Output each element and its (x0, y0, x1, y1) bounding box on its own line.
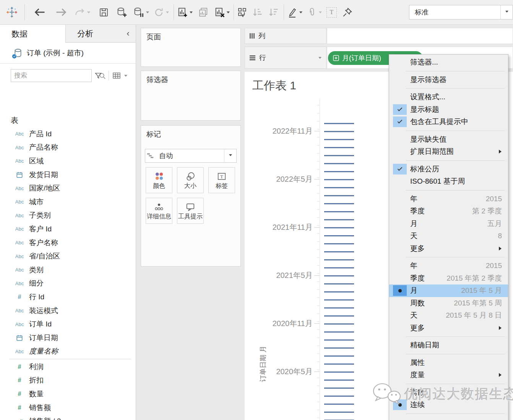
axis-tick-label[interactable]: 2022年11月 (245, 126, 313, 136)
menu-item-精确日期[interactable]: 精确日期 (389, 339, 508, 352)
field-订单 Id[interactable]: Abc订单 Id (0, 317, 136, 331)
gantt-bar[interactable] (324, 291, 354, 292)
field-行 Id[interactable]: #行 Id (0, 290, 136, 304)
axis-tick-label[interactable]: 2021年11月 (245, 223, 313, 232)
clear-sheet-button[interactable] (214, 4, 230, 21)
view-options-dropdown-icon[interactable] (124, 75, 127, 78)
paperclip-dropdown-icon[interactable] (319, 11, 322, 15)
pause-updates-button[interactable] (133, 4, 149, 21)
gantt-bar[interactable] (324, 396, 354, 397)
gantt-bar[interactable] (324, 404, 354, 405)
gantt-bar[interactable] (324, 243, 354, 244)
axis-tick-label[interactable]: 2021年5月 (245, 271, 313, 280)
label-button[interactable]: T 标签 (208, 167, 235, 193)
clear-sheet-dropdown-icon[interactable] (227, 11, 230, 15)
gantt-bar[interactable] (324, 251, 354, 252)
forward-button[interactable] (55, 4, 67, 21)
field-国家/地区[interactable]: Abc国家/地区 (0, 181, 136, 195)
text-object-button[interactable]: T (326, 4, 337, 21)
pause-updates-dropdown-icon[interactable] (146, 11, 149, 15)
gantt-bar[interactable] (324, 380, 354, 381)
add-datasource-button[interactable] (117, 4, 127, 21)
menu-item-ISO-8601 基于周[interactable]: ISO-8601 基于周 (389, 175, 508, 188)
menu-item-标准公历[interactable]: 标准公历 (389, 163, 508, 176)
columns-shelf-drop-area[interactable] (327, 28, 513, 44)
field-利润[interactable]: #利润 (0, 360, 136, 374)
gantt-bar[interactable] (324, 315, 354, 317)
gantt-bar[interactable] (324, 267, 354, 268)
gantt-bar[interactable] (324, 275, 354, 276)
fit-selector-dropdown[interactable] (500, 5, 513, 19)
gantt-bar[interactable] (324, 123, 354, 124)
color-button[interactable]: 颜色 (146, 167, 172, 193)
save-button[interactable] (99, 4, 109, 21)
collapse-pane-button[interactable]: ‹ (120, 25, 136, 43)
refresh-button[interactable] (154, 4, 169, 21)
y-axis-field-label[interactable]: 订单日期 月 (258, 322, 268, 406)
gantt-bar[interactable] (324, 195, 354, 196)
field-客户 Id[interactable]: Abc客户 Id (0, 222, 136, 236)
menu-item-月[interactable]: 月五月 (389, 218, 508, 230)
gantt-bar[interactable] (324, 388, 354, 389)
field-数量[interactable]: #数量 (0, 387, 136, 401)
field-客户名称[interactable]: Abc客户名称 (0, 236, 136, 250)
refresh-dropdown-icon[interactable] (166, 11, 169, 15)
view-grid-icon[interactable] (112, 71, 121, 80)
field-子类别[interactable]: Abc子类别 (0, 209, 136, 223)
pages-card[interactable]: 页面 (141, 28, 241, 67)
menu-item-度量[interactable]: 度量 (389, 369, 508, 381)
size-button[interactable]: 大小 (177, 167, 204, 193)
gantt-bar[interactable] (324, 219, 354, 220)
pin-button[interactable] (342, 4, 352, 21)
mark-type-dropdown-arrow[interactable] (224, 149, 236, 162)
sheet-title[interactable]: 工作表 1 (252, 78, 296, 94)
swap-rows-columns-button[interactable] (237, 4, 248, 21)
menu-item-显示筛选器[interactable]: 显示筛选器 (389, 74, 508, 86)
filters-card[interactable]: 筛选器 (141, 71, 241, 121)
gantt-bar[interactable] (324, 307, 354, 309)
datasource-item[interactable]: 订单 (示例 - 超市) (0, 43, 136, 63)
field-细分[interactable]: Abc细分 (0, 277, 136, 291)
field-省/自治区[interactable]: Abc省/自治区 (0, 249, 136, 263)
menu-item-天[interactable]: 天2015 年 5 月 8 日 (389, 309, 508, 322)
field-区域[interactable]: Abc区域 (0, 154, 136, 168)
fit-selector[interactable]: 标准 (409, 5, 513, 19)
sort-ascending-button[interactable] (252, 4, 263, 21)
menu-item-年[interactable]: 年2015 (389, 260, 508, 272)
tab-analytics[interactable]: 分析 (66, 25, 120, 43)
new-worksheet-dropdown-icon[interactable] (190, 11, 193, 15)
gantt-bar[interactable] (324, 331, 354, 333)
menu-item-天[interactable]: 天8 (389, 230, 508, 242)
gantt-bar[interactable] (324, 203, 354, 204)
redo-dropdown-icon[interactable] (87, 11, 90, 15)
gantt-bar[interactable] (324, 163, 354, 164)
menu-item-离散[interactable]: 离散 (389, 386, 508, 399)
menu-item-显示标题[interactable]: 显示标题 (389, 103, 508, 116)
back-button[interactable] (34, 4, 45, 21)
gantt-bar[interactable] (324, 155, 354, 156)
field-度量名称[interactable]: Abc度量名称 (0, 345, 136, 359)
rows-shelf-dropdown-icon[interactable] (318, 57, 321, 60)
field-产品名称[interactable]: Abc产品名称 (0, 141, 136, 155)
menu-item-月[interactable]: 月2015 年 5 月 (389, 284, 508, 297)
mark-type-dropdown[interactable]: 自动 (145, 149, 237, 163)
field-类别[interactable]: Abc类别 (0, 263, 136, 277)
gantt-bar[interactable] (324, 363, 354, 365)
gantt-bar[interactable] (324, 412, 354, 413)
paperclip-button[interactable] (307, 4, 322, 21)
gantt-bar[interactable] (324, 147, 354, 148)
gantt-bar[interactable] (324, 235, 354, 236)
filter-funnel-icon[interactable] (92, 71, 105, 80)
search-box[interactable] (11, 69, 92, 82)
field-折扣[interactable]: #折扣 (0, 374, 136, 388)
field-城市[interactable]: Abc城市 (0, 195, 136, 209)
tab-data[interactable]: 数据 (0, 25, 66, 43)
gantt-bar[interactable] (324, 187, 354, 188)
axis-tick-label[interactable]: 2020年5月 (245, 367, 313, 376)
menu-item-扩展日期范围[interactable]: 扩展日期范围 (389, 145, 508, 158)
gantt-bar[interactable] (324, 259, 354, 260)
field-装运模式[interactable]: Abc装运模式 (0, 304, 136, 318)
menu-item-包含在工具提示中[interactable]: 包含在工具提示中 (389, 116, 508, 128)
menu-item-年[interactable]: 年2015 (389, 193, 508, 205)
search-input[interactable] (11, 72, 99, 79)
